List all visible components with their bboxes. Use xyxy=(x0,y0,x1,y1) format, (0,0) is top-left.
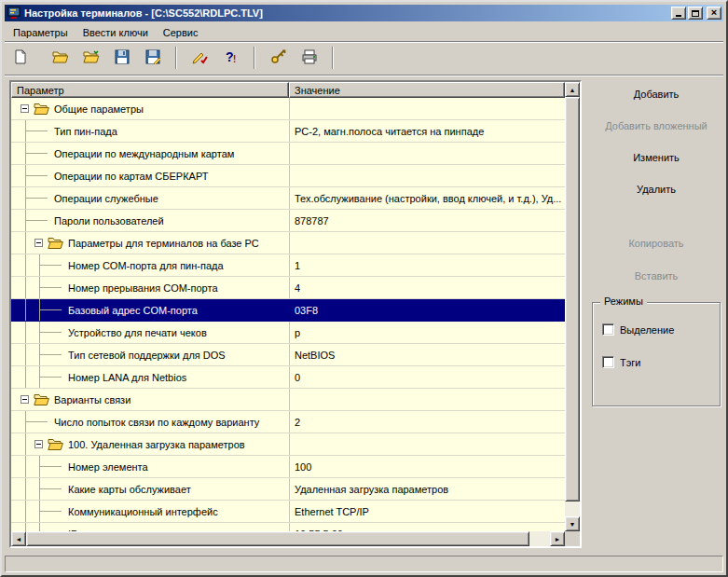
param-cell: Операции по международным картам xyxy=(11,143,289,164)
table-row[interactable]: Номер элемента100 xyxy=(11,456,565,478)
scroll-down-button[interactable]: ▼ xyxy=(565,516,580,531)
param-label: Какие карты обслуживает xyxy=(68,484,191,495)
close-button[interactable]: × xyxy=(707,7,721,20)
parameter-table: Параметр Значение Общие параметрыТип пин… xyxy=(9,80,582,548)
save-button[interactable] xyxy=(109,46,134,70)
print-button[interactable] xyxy=(296,46,322,70)
app-window: Настройка терминалов - [C:\SC552\RDLPC.T… xyxy=(0,0,728,577)
param-cell: Параметры для терминалов на базе PC xyxy=(11,232,289,254)
menubar: Параметры Ввести ключи Сервис xyxy=(5,23,723,41)
column-header-value[interactable]: Значение xyxy=(289,82,565,98)
param-cell: Пароли пользователей xyxy=(11,210,289,231)
tree-branch-line xyxy=(33,299,66,321)
table-row-group[interactable]: Общие параметры xyxy=(11,98,565,120)
table-row[interactable]: Число попыток связи по каждому варианту2 xyxy=(11,411,565,433)
add-button[interactable]: Добавить xyxy=(591,84,721,104)
scroll-left-button[interactable]: ◄ xyxy=(11,531,26,546)
param-cell: Коммуникационный интерфейс xyxy=(11,501,289,522)
table-row[interactable]: Операции по международным картам xyxy=(11,143,565,165)
toolbar-separator xyxy=(254,47,255,69)
app-icon[interactable] xyxy=(7,6,21,21)
table-row[interactable]: Тип пин-падаPC-2, магн.полоса читается н… xyxy=(11,120,565,143)
edit-button[interactable]: Изменить xyxy=(591,147,721,168)
highlight-checkbox-label: Выделение xyxy=(620,324,674,336)
vertical-scroll-thumb[interactable] xyxy=(565,97,580,501)
folder-icon xyxy=(34,393,52,405)
validate-icon xyxy=(192,49,209,67)
table-row[interactable]: Коммуникационный интерфейсEthernet TCP/I… xyxy=(11,501,565,523)
param-label: Общие параметры xyxy=(54,103,144,115)
vertical-scrollbar[interactable]: ▲ ▼ xyxy=(565,82,580,531)
table-row[interactable]: Тип сетевой поддержки для DOSNetBIOS xyxy=(11,344,565,366)
scroll-up-button[interactable]: ▲ xyxy=(565,82,580,97)
menu-enter-keys[interactable]: Ввести ключи xyxy=(76,25,156,40)
menu-parameters[interactable]: Параметры xyxy=(6,25,76,40)
open-file-edit-button[interactable] xyxy=(78,46,103,70)
expand-collapse-toggle[interactable] xyxy=(19,395,33,404)
table-row[interactable]: Базовый адрес COM-порта03F8 xyxy=(11,299,565,322)
param-value: 4 xyxy=(289,277,565,298)
open-file-button[interactable] xyxy=(48,46,73,70)
new-document-button[interactable] xyxy=(7,46,33,70)
save-as-button[interactable] xyxy=(140,46,165,70)
minus-box-icon xyxy=(34,239,43,247)
horizontal-scroll-thumb[interactable] xyxy=(26,531,529,546)
minimize-button[interactable] xyxy=(671,7,686,20)
expand-collapse-toggle[interactable] xyxy=(19,104,33,113)
table-row[interactable]: Пароли пользователей878787 xyxy=(11,210,565,232)
scroll-right-button[interactable]: ► xyxy=(550,531,565,546)
svg-text:!: ! xyxy=(233,54,236,64)
table-row-group[interactable]: Варианты связи xyxy=(11,389,565,411)
maximize-button[interactable] xyxy=(688,7,703,20)
delete-button[interactable]: Удалить xyxy=(591,179,721,199)
add-nested-button: Добавить вложенный xyxy=(591,116,721,136)
keys-button[interactable] xyxy=(266,46,291,70)
validate-button[interactable] xyxy=(187,46,213,70)
param-label: Операции по международным картам xyxy=(54,148,234,159)
table-row[interactable]: Какие карты обслуживаетУдаленная загрузк… xyxy=(11,478,565,501)
tree-branch-line xyxy=(33,254,66,276)
help-button[interactable]: ? ! xyxy=(218,46,243,70)
table-row[interactable]: Операции служебныеТех.обслуживание (наст… xyxy=(11,187,565,210)
table-row[interactable]: Номер COM-порта для пин-пада1 xyxy=(11,254,565,277)
table-row[interactable]: Номер LANA для Netbios0 xyxy=(11,366,565,389)
expand-collapse-toggle[interactable] xyxy=(33,440,47,448)
param-value: 10.55.5.20 xyxy=(289,523,565,531)
open-file-icon xyxy=(52,50,69,66)
param-cell: Номер COM-порта для пин-пада xyxy=(11,254,289,276)
folder-icon xyxy=(48,237,66,249)
table-row-group[interactable]: Параметры для терминалов на базе PC xyxy=(11,232,565,254)
menu-service[interactable]: Сервис xyxy=(156,25,206,40)
highlight-checkbox-row[interactable]: Выделение xyxy=(602,323,674,336)
scrollbar-corner xyxy=(565,531,580,546)
param-label: Варианты связи xyxy=(54,394,130,405)
table-row[interactable]: IP-адрес хоста10.55.5.20 xyxy=(11,523,565,531)
folder-icon xyxy=(48,438,66,450)
param-value xyxy=(289,433,565,455)
highlight-checkbox[interactable] xyxy=(602,323,614,336)
toolbar-separator xyxy=(332,47,334,69)
param-label: Коммуникационный интерфейс xyxy=(68,506,218,517)
table-row[interactable]: Устройство для печати чековp xyxy=(11,322,565,344)
table-row-group[interactable]: 100. Удаленная загрузка параметров xyxy=(11,433,565,456)
param-value xyxy=(289,143,565,164)
minus-box-icon xyxy=(34,440,43,448)
param-value xyxy=(289,165,565,186)
table-row[interactable]: Операции по картам СБЕРКАРТ xyxy=(11,165,565,187)
vertical-scroll-track[interactable] xyxy=(565,97,580,516)
param-cell: IP-адрес хоста xyxy=(11,523,289,531)
maximize-icon xyxy=(692,10,699,17)
expand-collapse-toggle[interactable] xyxy=(33,239,47,247)
tags-checkbox[interactable] xyxy=(602,356,614,368)
param-cell: Тип сетевой поддержки для DOS xyxy=(11,344,289,365)
horizontal-scrollbar[interactable]: ◄ ► xyxy=(11,531,565,546)
column-header-param[interactable]: Параметр xyxy=(11,82,289,98)
tree-guide-line xyxy=(19,523,33,531)
tags-checkbox-row[interactable]: Тэги xyxy=(602,356,641,368)
tree-branch-line xyxy=(33,366,66,388)
minimize-icon xyxy=(676,15,681,17)
titlebar[interactable]: Настройка терминалов - [C:\SC552\RDLPC.T… xyxy=(5,5,723,21)
tree-guide-line xyxy=(19,322,33,343)
table-row[interactable]: Номер прерывания COM-порта4 xyxy=(11,277,565,299)
horizontal-scroll-track[interactable] xyxy=(26,531,550,546)
